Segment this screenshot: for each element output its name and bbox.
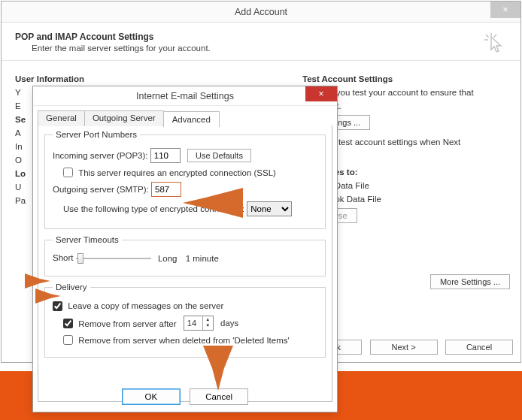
- ssl-label: This server requires an encrypted connec…: [78, 168, 276, 177]
- cursor-icon: [484, 33, 505, 59]
- timeout-long-label: Long: [158, 254, 178, 263]
- add-account-titlebar: Add Account ×: [2, 2, 520, 23]
- svg-marker-7: [203, 346, 233, 391]
- days-label: days: [220, 319, 238, 328]
- svg-marker-5: [25, 273, 50, 289]
- email-settings-title: Internet E-mail Settings: [136, 91, 234, 101]
- svg-marker-6: [35, 289, 61, 304]
- annotation-arrow-smtp: [183, 184, 243, 222]
- email-settings-titlebar: Internet E-mail Settings ×: [33, 86, 337, 106]
- internet-email-settings-dialog: Internet E-mail Settings × General Outgo…: [32, 86, 338, 412]
- page-subtitle: Enter the mail server settings for your …: [32, 44, 507, 53]
- page-title: POP and IMAP Account Settings: [15, 32, 507, 42]
- header-strip: POP and IMAP Account Settings Enter the …: [2, 23, 520, 61]
- remove-when-deleted-checkbox[interactable]: [63, 335, 73, 345]
- cancel-button[interactable]: Cancel: [190, 388, 248, 405]
- delivery-group: Delivery Leave a copy of messages on the…: [44, 283, 326, 358]
- remove-after-label: Remove from server after: [78, 319, 176, 328]
- annotation-arrow-remove-after: [35, 289, 61, 304]
- annotation-arrow-leave-copy: [25, 273, 50, 289]
- use-defaults-button[interactable]: Use Defaults: [187, 149, 251, 162]
- remove-after-checkbox[interactable]: [63, 319, 73, 328]
- close-icon[interactable]: ×: [490, 2, 520, 18]
- encryption-type-select[interactable]: None: [247, 201, 292, 216]
- more-settings-button[interactable]: More Settings ...: [430, 274, 510, 289]
- remove-days-stepper[interactable]: 14 ▲▼: [184, 316, 214, 331]
- server-timeouts-group: Server Timeouts Short Long 1 minute: [44, 235, 326, 276]
- svg-line-2: [486, 35, 489, 38]
- remove-when-deleted-label: Remove from server when deleted from 'De…: [78, 336, 290, 345]
- timeout-short-label: Short: [53, 254, 74, 263]
- tab-panel-advanced: Server Port Numbers Incoming server (POP…: [38, 125, 332, 402]
- leave-copy-label: Leave a copy of messages on the server: [68, 301, 223, 310]
- tab-outgoing-server[interactable]: Outgoing Server: [84, 110, 164, 126]
- svg-marker-4: [183, 188, 243, 218]
- tab-advanced[interactable]: Advanced: [163, 111, 220, 127]
- timeout-value: 1 minute: [186, 254, 219, 263]
- outgoing-port-label: Outgoing server (SMTP):: [53, 185, 149, 194]
- ok-button[interactable]: OK: [122, 388, 181, 405]
- incoming-port-label: Incoming server (POP3):: [53, 151, 148, 160]
- cancel-button[interactable]: Cancel: [445, 340, 513, 355]
- tab-strip: General Outgoing Server Advanced: [33, 106, 337, 126]
- remove-days-value: 14: [187, 319, 196, 328]
- next-button[interactable]: Next >: [370, 340, 438, 355]
- test-settings-heading: Test Account Settings: [302, 74, 513, 83]
- outgoing-port-input[interactable]: [151, 182, 181, 197]
- incoming-port-input[interactable]: [150, 148, 181, 163]
- add-account-title: Add Account: [235, 7, 287, 17]
- user-info-heading: User Information: [15, 74, 203, 83]
- server-timeouts-legend: Server Timeouts: [53, 235, 122, 244]
- svg-line-3: [494, 35, 497, 38]
- dialog-buttons: OK Cancel: [33, 388, 337, 405]
- server-port-numbers-legend: Server Port Numbers: [53, 130, 140, 139]
- stepper-arrows-icon[interactable]: ▲▼: [202, 316, 213, 330]
- close-icon[interactable]: ×: [305, 86, 337, 101]
- ssl-checkbox[interactable]: [63, 168, 73, 177]
- timeout-slider[interactable]: [76, 253, 151, 264]
- annotation-arrow-ok: [199, 346, 237, 391]
- tab-general[interactable]: General: [38, 110, 85, 126]
